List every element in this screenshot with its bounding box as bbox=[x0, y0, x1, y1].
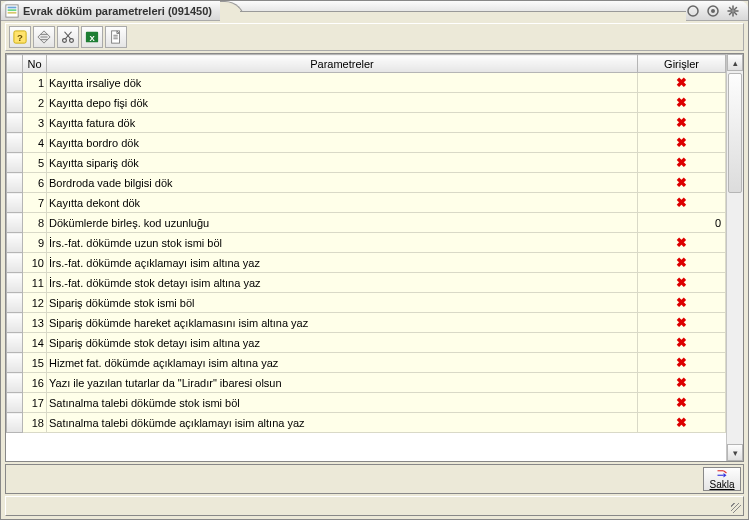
scroll-thumb[interactable] bbox=[728, 73, 742, 193]
row-selector[interactable] bbox=[7, 73, 23, 93]
cell-param: Kayıtta bordro dök bbox=[47, 133, 638, 153]
col-selector[interactable] bbox=[7, 55, 23, 73]
maximize-icon[interactable] bbox=[706, 4, 720, 18]
table-row[interactable]: 14Sipariş dökümde stok detayı isim altın… bbox=[7, 333, 726, 353]
scroll-down-icon[interactable]: ▾ bbox=[727, 444, 743, 461]
save-button[interactable]: Sakla bbox=[703, 467, 741, 491]
table-row[interactable]: 16Yazı ile yazılan tutarlar da "Liradır"… bbox=[7, 373, 726, 393]
row-selector[interactable] bbox=[7, 253, 23, 273]
col-no[interactable]: No bbox=[23, 55, 47, 73]
row-selector[interactable] bbox=[7, 393, 23, 413]
cell-giris[interactable]: ✖ bbox=[638, 273, 726, 293]
row-selector[interactable] bbox=[7, 193, 23, 213]
cell-giris[interactable]: ✖ bbox=[638, 333, 726, 353]
app-icon bbox=[5, 4, 19, 18]
cell-param: Satınalma talebi dökümde açıklamayı isim… bbox=[47, 413, 638, 433]
cell-giris[interactable]: ✖ bbox=[638, 153, 726, 173]
table-row[interactable]: 18Satınalma talebi dökümde açıklamayı is… bbox=[7, 413, 726, 433]
cell-no: 18 bbox=[23, 413, 47, 433]
cell-no: 9 bbox=[23, 233, 47, 253]
table-row[interactable]: 11İrs.-fat. dökümde stok detayı isim alt… bbox=[7, 273, 726, 293]
cell-giris[interactable]: ✖ bbox=[638, 173, 726, 193]
row-selector[interactable] bbox=[7, 413, 23, 433]
table-row[interactable]: 9İrs.-fat. dökümde uzun stok ismi böl✖ bbox=[7, 233, 726, 253]
table-row[interactable]: 13Sipariş dökümde hareket açıklamasını i… bbox=[7, 313, 726, 333]
cell-param: Yazı ile yazılan tutarlar da "Liradır" i… bbox=[47, 373, 638, 393]
scissors-button[interactable] bbox=[57, 26, 79, 48]
document-button[interactable] bbox=[105, 26, 127, 48]
close-icon[interactable] bbox=[726, 4, 740, 18]
cell-giris[interactable]: ✖ bbox=[638, 93, 726, 113]
table-row[interactable]: 10İrs.-fat. dökümde açıklamayı isim altı… bbox=[7, 253, 726, 273]
row-selector[interactable] bbox=[7, 293, 23, 313]
row-selector[interactable] bbox=[7, 353, 23, 373]
row-selector[interactable] bbox=[7, 113, 23, 133]
cell-giris[interactable]: ✖ bbox=[638, 313, 726, 333]
titlebar-arc bbox=[220, 1, 686, 21]
table-row[interactable]: 2Kayıtta depo fişi dök✖ bbox=[7, 93, 726, 113]
diamond-button[interactable] bbox=[33, 26, 55, 48]
scroll-up-icon[interactable]: ▴ bbox=[727, 54, 743, 71]
grid-header-row: No Parametreler Girişler bbox=[7, 55, 726, 73]
svg-text:?: ? bbox=[17, 32, 23, 43]
window-root: Evrak döküm parametreleri (091450) ? X bbox=[0, 0, 749, 520]
table-row[interactable]: 5Kayıtta sipariş dök✖ bbox=[7, 153, 726, 173]
x-mark-icon: ✖ bbox=[676, 135, 687, 150]
cell-no: 15 bbox=[23, 353, 47, 373]
table-row[interactable]: 12Sipariş dökümde stok ismi böl✖ bbox=[7, 293, 726, 313]
row-selector[interactable] bbox=[7, 273, 23, 293]
table-row[interactable]: 7Kayıtta dekont dök✖ bbox=[7, 193, 726, 213]
cell-param: Dökümlerde birleş. kod uzunluğu bbox=[47, 213, 638, 233]
table-row[interactable]: 15Hizmet fat. dökümde açıklamayı isim al… bbox=[7, 353, 726, 373]
cell-giris[interactable]: ✖ bbox=[638, 133, 726, 153]
table-row[interactable]: 6Bordroda vade bilgisi dök✖ bbox=[7, 173, 726, 193]
cell-giris[interactable]: ✖ bbox=[638, 293, 726, 313]
table-row[interactable]: 4Kayıtta bordro dök✖ bbox=[7, 133, 726, 153]
cell-giris[interactable]: ✖ bbox=[638, 233, 726, 253]
row-selector[interactable] bbox=[7, 233, 23, 253]
cell-no: 4 bbox=[23, 133, 47, 153]
cell-param: Kayıtta depo fişi dök bbox=[47, 93, 638, 113]
row-selector[interactable] bbox=[7, 93, 23, 113]
cell-no: 16 bbox=[23, 373, 47, 393]
vertical-scrollbar[interactable]: ▴ ▾ bbox=[726, 54, 743, 461]
row-selector[interactable] bbox=[7, 173, 23, 193]
col-giris[interactable]: Girişler bbox=[638, 55, 726, 73]
svg-line-14 bbox=[730, 12, 732, 14]
excel-button[interactable]: X bbox=[81, 26, 103, 48]
cell-giris[interactable]: ✖ bbox=[638, 393, 726, 413]
row-selector[interactable] bbox=[7, 313, 23, 333]
save-button-label: Sakla bbox=[709, 479, 734, 490]
row-selector[interactable] bbox=[7, 133, 23, 153]
table-row[interactable]: 8Dökümlerde birleş. kod uzunluğu0 bbox=[7, 213, 726, 233]
cell-param: Hizmet fat. dökümde açıklamayı isim altı… bbox=[47, 353, 638, 373]
grid-container: No Parametreler Girişler 1Kayıtta irsali… bbox=[5, 53, 744, 462]
row-selector[interactable] bbox=[7, 213, 23, 233]
x-mark-icon: ✖ bbox=[676, 375, 687, 390]
cell-param: Kayıtta dekont dök bbox=[47, 193, 638, 213]
cell-giris[interactable]: ✖ bbox=[638, 373, 726, 393]
svg-marker-33 bbox=[724, 473, 727, 478]
cell-giris[interactable]: ✖ bbox=[638, 113, 726, 133]
row-selector[interactable] bbox=[7, 333, 23, 353]
cell-giris[interactable]: ✖ bbox=[638, 253, 726, 273]
table-row[interactable]: 1Kayıtta irsaliye dök✖ bbox=[7, 73, 726, 93]
row-selector[interactable] bbox=[7, 373, 23, 393]
cell-giris[interactable]: ✖ bbox=[638, 413, 726, 433]
svg-line-12 bbox=[735, 12, 737, 14]
table-row[interactable]: 3Kayıtta fatura dök✖ bbox=[7, 113, 726, 133]
table-row[interactable]: 17Satınalma talebi dökümde stok ismi böl… bbox=[7, 393, 726, 413]
row-selector[interactable] bbox=[7, 153, 23, 173]
parameter-grid[interactable]: No Parametreler Girişler 1Kayıtta irsali… bbox=[6, 54, 726, 433]
col-param[interactable]: Parametreler bbox=[47, 55, 638, 73]
svg-line-23 bbox=[65, 32, 71, 39]
scroll-track[interactable] bbox=[727, 71, 743, 444]
cell-giris[interactable]: ✖ bbox=[638, 73, 726, 93]
titlebar[interactable]: Evrak döküm parametreleri (091450) bbox=[1, 1, 748, 21]
help-button[interactable]: ? bbox=[9, 26, 31, 48]
cell-giris[interactable]: ✖ bbox=[638, 353, 726, 373]
cell-giris[interactable]: ✖ bbox=[638, 193, 726, 213]
cell-no: 7 bbox=[23, 193, 47, 213]
minimize-icon[interactable] bbox=[686, 4, 700, 18]
cell-giris[interactable]: 0 bbox=[638, 213, 726, 233]
